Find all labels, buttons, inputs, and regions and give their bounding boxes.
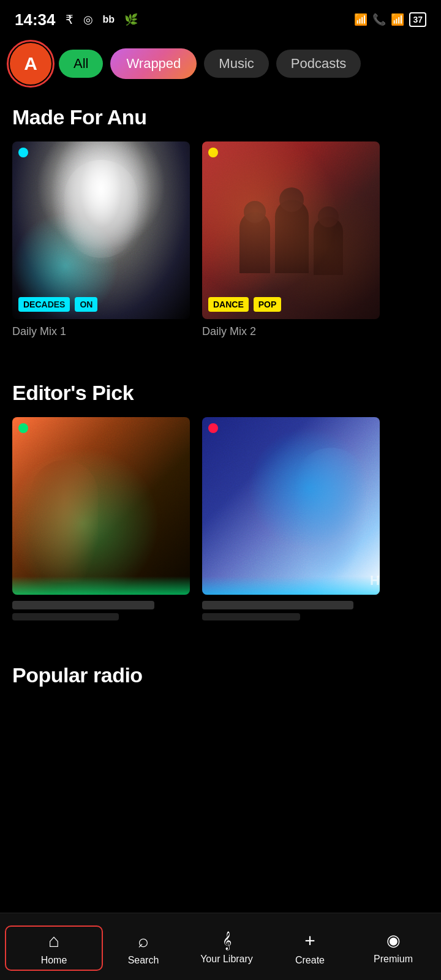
nav-item-search[interactable]: ⌕ Search — [102, 927, 185, 970]
home-icon: ⌂ — [48, 930, 59, 951]
nav-label-library: Your Library — [200, 954, 253, 965]
nav-item-premium[interactable]: ◉ Premium — [352, 927, 435, 968]
nav-label-search: Search — [128, 955, 159, 966]
card-dot-green — [18, 423, 28, 433]
library-icon: 𝄞 — [222, 931, 232, 950]
skeleton-sub-4 — [202, 613, 300, 620]
made-for-you-cards: DECADES ON Daily Mix 1 — [12, 141, 429, 344]
nav-label-premium: Premium — [374, 954, 413, 965]
status-icon-leaf: 🌿 — [124, 13, 138, 26]
status-bar: 14:34 ₹ ◎ bb 🌿 📶 📞 📶 37 — [0, 0, 441, 37]
person-silhouette-4 — [294, 448, 368, 582]
group-people — [202, 141, 380, 319]
filter-chip-wrapped[interactable]: Wrapped — [110, 48, 197, 79]
filter-row: A All Wrapped Music Podcasts — [0, 37, 441, 93]
nav-label-home: Home — [41, 955, 67, 966]
nav-item-library[interactable]: 𝄞 Your Library — [185, 927, 268, 968]
card-title-3 — [12, 601, 190, 620]
card-image-3 — [12, 417, 190, 595]
badge-dance: DANCE — [208, 297, 249, 312]
card-badges-1: DECADES ON — [18, 297, 184, 312]
nav-label-create: Create — [295, 955, 325, 966]
card-daily-mix-1[interactable]: DECADES ON Daily Mix 1 — [12, 141, 190, 338]
card-title-1: Daily Mix 1 — [12, 325, 190, 338]
partial-text: H — [370, 573, 380, 589]
filter-chip-podcasts[interactable]: Podcasts — [276, 50, 361, 78]
call-icon: 📞 — [372, 13, 386, 26]
noise-overlay-4 — [202, 417, 380, 595]
card-top-hits-hindi[interactable] — [12, 417, 190, 620]
nav-item-home[interactable]: ⌂ Home — [6, 927, 102, 970]
badge-on: ON — [75, 297, 97, 312]
card-dot-yellow — [208, 148, 218, 157]
status-icon-bb: bb — [103, 14, 115, 25]
noise-overlay-3 — [12, 417, 190, 595]
badge-pop: POP — [254, 297, 282, 312]
person-silhouette-3 — [31, 460, 98, 582]
editors-pick-title: Editor's Pick — [12, 381, 429, 405]
premium-icon: ◉ — [386, 931, 401, 950]
card-image-2: DANCE POP — [202, 141, 380, 319]
bottom-glow-3 — [12, 576, 190, 595]
bottom-glow-4 — [202, 576, 380, 595]
card-dot-red — [208, 423, 218, 433]
card-image-4: H — [202, 417, 380, 595]
create-icon: + — [304, 930, 315, 951]
popular-radio-title: Popular radio — [12, 663, 429, 687]
editors-pick-cards: H — [12, 417, 429, 627]
card-title-2: Daily Mix 2 — [202, 325, 380, 338]
card-image-1: DECADES ON — [12, 141, 190, 319]
noise-overlay-2 — [202, 141, 380, 319]
status-time: 14:34 — [15, 10, 56, 29]
card-badges-2: DANCE POP — [208, 297, 374, 312]
skeleton-sub-3 — [12, 613, 119, 620]
status-icon-rupee: ₹ — [66, 12, 74, 27]
badge-decades: DECADES — [18, 297, 70, 312]
filter-chip-all[interactable]: All — [59, 50, 103, 78]
made-for-you-title: Made For Anu — [12, 105, 429, 129]
nav-item-create[interactable]: + Create — [268, 927, 352, 970]
battery-indicator: 37 — [409, 12, 426, 27]
filter-chip-music[interactable]: Music — [204, 50, 268, 78]
popular-radio-section: Popular radio — [0, 651, 441, 687]
wifi-icon: 📶 — [354, 13, 368, 26]
bottom-spacer — [0, 699, 441, 797]
card-daily-mix-2[interactable]: DANCE POP Daily Mix 2 — [202, 141, 380, 338]
bottom-nav: ⌂ Home ⌕ Search 𝄞 Your Library + Create … — [0, 913, 441, 980]
skeleton-title-3 — [12, 601, 154, 609]
person-silhouette — [64, 160, 138, 258]
skeleton-title-4 — [202, 601, 353, 609]
card-title-4 — [202, 601, 380, 620]
made-for-you-section: Made For Anu DECADES ON Daily Mix 1 — [0, 93, 441, 350]
card-bollywood-romance[interactable]: H — [202, 417, 380, 620]
card-dot-cyan — [18, 148, 28, 157]
search-icon: ⌕ — [138, 930, 149, 951]
user-avatar[interactable]: A — [10, 43, 51, 85]
noise-overlay-1 — [12, 141, 190, 319]
editors-pick-section: Editor's Pick — [0, 369, 441, 633]
signal-icon: 📶 — [391, 13, 404, 26]
status-icon-circle: ◎ — [83, 13, 93, 26]
